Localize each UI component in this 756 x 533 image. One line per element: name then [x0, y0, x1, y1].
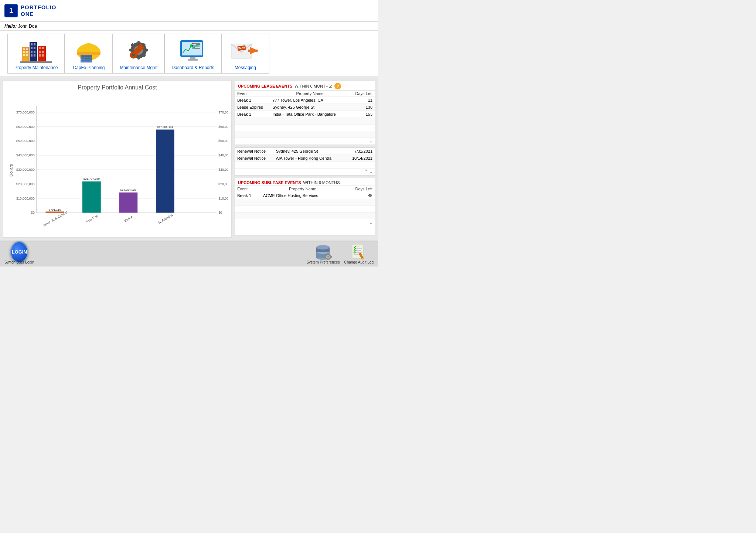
- svg-rect-54: [194, 45, 200, 47]
- svg-rect-16: [34, 51, 35, 53]
- audit-log-item[interactable]: Change Audit Log: [344, 244, 374, 264]
- svg-rect-55: [194, 48, 200, 49]
- property-cell: India - Tata Office Park - Bangalore: [270, 111, 349, 118]
- greeting-bar: Hello: John Doe: [0, 22, 378, 31]
- sublease-events-table: Event Property Name Days Left Break 1 AC…: [235, 186, 375, 219]
- renewal-notices-body: Renewal Notice Sydney, 425 George St 7/3…: [235, 147, 375, 169]
- system-preferences-item[interactable]: System Preferences: [306, 244, 340, 264]
- table-row-empty: [235, 199, 375, 206]
- svg-text:$40,000,000: $40,000,000: [218, 153, 228, 157]
- svg-text:$20,000,000: $20,000,000: [16, 182, 35, 186]
- svg-rect-7: [26, 51, 28, 53]
- svg-rect-53: [194, 43, 200, 44]
- sublease-events-header: UPCOMING SUBLEASE EVENTS WITHIN 6 MONTHS…: [235, 178, 375, 186]
- chart-section: Property Portfolio Annual Cost Dollars $…: [3, 80, 232, 238]
- col-event-sl: Event: [235, 186, 261, 192]
- scroll-up-icon-2[interactable]: ⌃: [364, 169, 368, 174]
- svg-text:$791,110: $791,110: [49, 208, 61, 211]
- lease-events-body: Event Property Name Days Left Break 1 77…: [235, 90, 375, 138]
- svg-text:$60,000,000: $60,000,000: [218, 125, 228, 129]
- sublease-events-tbody: Break 1 ACME Office Hosting Services 45: [235, 192, 375, 219]
- svg-text:Amer. S. & Central: Amer. S. & Central: [42, 210, 68, 227]
- svg-rect-3: [22, 47, 29, 51]
- svg-rect-11: [31, 43, 33, 45]
- days-cell: 10/14/2021: [345, 155, 375, 162]
- capex-planning-icon: [72, 35, 105, 65]
- svg-text:$70,000,000: $70,000,000: [218, 111, 228, 114]
- table-row: Break 1 777 Tower, Los Angeles, CA 11: [235, 97, 375, 104]
- svg-text:1: 1: [9, 7, 13, 14]
- svg-text:$0: $0: [31, 211, 35, 214]
- sublease-events-section: UPCOMING SUBLEASE EVENTS WITHIN 6 MONTHS…: [235, 178, 375, 235]
- svg-rect-12: [34, 43, 35, 45]
- scroll-down-icon-2[interactable]: ⌄: [369, 169, 373, 174]
- svg-point-58: [192, 47, 194, 49]
- nav-dashboard-reports[interactable]: Dashboard & Reports: [164, 34, 221, 74]
- property-cell: Sydney, 425 George St: [274, 148, 345, 155]
- svg-rect-8: [23, 54, 25, 56]
- sublease-events-sub: WITHIN 6 MONTHS:: [303, 180, 341, 185]
- svg-rect-18: [34, 54, 35, 57]
- svg-rect-9: [26, 54, 28, 56]
- event-cell: Break 1: [235, 111, 270, 118]
- svg-rect-109: [327, 253, 329, 255]
- event-cell: Lease Expires: [235, 104, 270, 111]
- col-event: Event: [235, 91, 270, 97]
- audit-log-label: Change Audit Log: [344, 260, 374, 264]
- col-days: Days Left: [350, 91, 375, 97]
- dashboard-reports-icon: [176, 35, 210, 65]
- logo: 1 PORTFOLIO ONE: [4, 4, 57, 17]
- svg-text:$10,000,000: $10,000,000: [16, 197, 35, 200]
- svg-rect-20: [39, 47, 41, 49]
- event-cell: Break 1: [235, 97, 270, 104]
- nav-property-maintenance-label: Property Maintenance: [14, 65, 58, 72]
- svg-text:$30,000,000: $30,000,000: [218, 168, 228, 172]
- maintenance-mgmt-icon: [122, 35, 155, 65]
- table-row-empty: [235, 131, 375, 138]
- messaging-icon: EMAIL: [229, 35, 262, 65]
- bar-amer-s-central: [45, 211, 64, 213]
- svg-text:$57,986,141: $57,986,141: [157, 125, 174, 129]
- svg-rect-2: [22, 50, 29, 61]
- svg-text:$40,000,000: $40,000,000: [16, 153, 35, 157]
- system-preferences-icon: [314, 244, 332, 260]
- nav-capex-planning[interactable]: CapEx Planning: [65, 34, 113, 74]
- lease-events-table-1: Event Property Name Days Left Break 1 77…: [235, 91, 375, 138]
- hello-label: Hello:: [4, 24, 17, 29]
- property-cell: AIA Tower - Hong Kong Central: [274, 155, 345, 162]
- nav-messaging[interactable]: EMAIL Messaging: [221, 34, 269, 74]
- logo-line2: ONE: [21, 11, 57, 17]
- property-cell: 777 Tower, Los Angeles, CA: [270, 97, 349, 104]
- svg-rect-41: [129, 49, 132, 51]
- help-icon[interactable]: ?: [334, 83, 341, 89]
- svg-text:$50,000,000: $50,000,000: [16, 139, 35, 143]
- svg-rect-5: [26, 48, 28, 50]
- switch-user-login-item[interactable]: LOGIN Switch User Login: [4, 244, 34, 264]
- sublease-events-title: UPCOMING SUBLEASE EVENTS: [238, 180, 301, 185]
- nav-dashboard-reports-label: Dashboard & Reports: [171, 65, 214, 72]
- table-row: Break 1 ACME Office Hosting Services 45: [235, 192, 375, 199]
- days-cell: 45: [344, 192, 375, 199]
- property-cell: Sydney, 425 George St: [270, 104, 349, 111]
- scroll-down-icon-1[interactable]: ⌄: [369, 138, 373, 144]
- login-button[interactable]: LOGIN: [10, 241, 28, 263]
- svg-text:EMEA: EMEA: [124, 215, 134, 223]
- svg-rect-21: [42, 47, 44, 49]
- svg-point-56: [192, 43, 194, 44]
- chart-title: Property Portfolio Annual Cost: [7, 84, 228, 91]
- svg-rect-112: [330, 256, 332, 258]
- nav-maintenance-mgmt[interactable]: Maintenance Mgmt: [113, 34, 164, 74]
- svg-text:$10,000,000: $10,000,000: [218, 197, 228, 200]
- days-cell: 138: [350, 104, 375, 111]
- svg-text:N. America: N. America: [157, 213, 173, 225]
- svg-rect-42: [145, 49, 148, 51]
- bar-chart: Dollars $0 $10,000,000 $20,000,000 $30,0…: [7, 94, 228, 241]
- system-preferences-label: System Preferences: [306, 260, 340, 264]
- scroll-down-icon-3[interactable]: ⌄: [369, 219, 373, 225]
- nav-maintenance-mgmt-label: Maintenance Mgmt: [120, 65, 157, 72]
- nav-messaging-label: Messaging: [235, 65, 256, 72]
- renewal-notices-section: Renewal Notice Sydney, 425 George St 7/3…: [235, 147, 375, 176]
- svg-point-105: [316, 245, 330, 249]
- table-row: Renewal Notice AIA Tower - Hong Kong Cen…: [235, 155, 375, 162]
- nav-property-maintenance[interactable]: Property Maintenance: [7, 34, 65, 74]
